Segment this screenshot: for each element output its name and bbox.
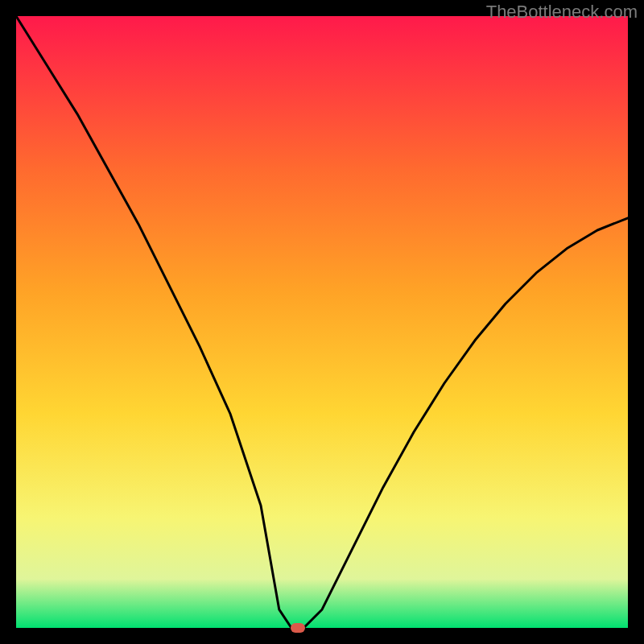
chart-svg	[16, 16, 628, 628]
watermark-text: TheBottleneck.com	[486, 2, 638, 23]
gradient-background	[16, 16, 628, 628]
bottleneck-marker	[291, 623, 305, 633]
plot-area	[16, 16, 628, 628]
chart-frame: TheBottleneck.com	[0, 0, 644, 644]
